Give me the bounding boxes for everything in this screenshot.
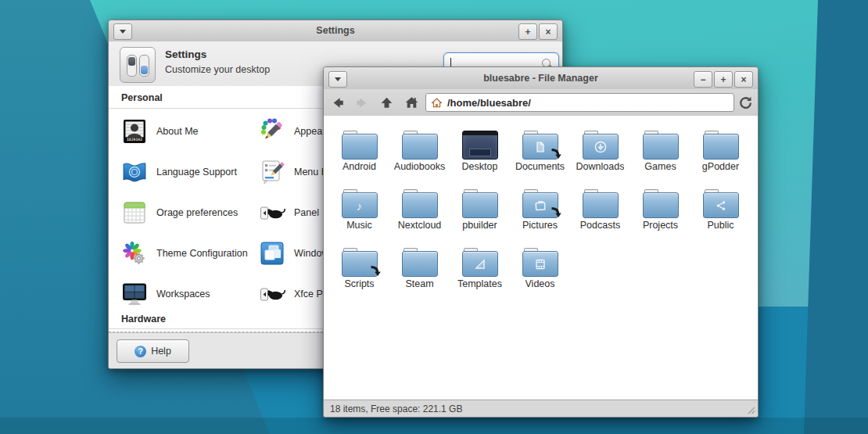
file-item-nextcloud[interactable]: Nextcloud bbox=[389, 181, 450, 239]
settings-item-label: Appear bbox=[294, 126, 325, 137]
folder-icon bbox=[402, 189, 438, 218]
file-item-projects[interactable]: Projects bbox=[630, 181, 690, 239]
file-label: pbuilder bbox=[462, 220, 497, 231]
file-item-pictures[interactable]: Pictures bbox=[510, 181, 570, 239]
page-subtitle: Customize your desktop bbox=[165, 64, 270, 75]
file-item-desktop[interactable]: Desktop bbox=[450, 122, 510, 181]
settings-item-label: Theme Configuration bbox=[156, 248, 248, 259]
file-manager-window-title: bluesabre - File Manager bbox=[324, 67, 758, 89]
resize-grip[interactable] bbox=[747, 406, 755, 414]
file-item-templates[interactable]: Templates bbox=[450, 239, 510, 298]
folder-icon bbox=[342, 248, 378, 277]
settings-window-title: Settings bbox=[109, 20, 562, 41]
settings-item-label: About Me bbox=[156, 126, 199, 137]
workspaces-icon bbox=[121, 281, 148, 307]
file-item-gpodder[interactable]: gPodder bbox=[690, 122, 751, 181]
file-item-pbuilder[interactable]: pbuilder bbox=[450, 181, 510, 239]
settings-item-label: Workspaces bbox=[156, 289, 210, 299]
emblem-template-icon bbox=[474, 258, 486, 271]
folder-icon bbox=[462, 248, 498, 277]
file-label: Public bbox=[707, 220, 733, 231]
panel-mouse-icon bbox=[259, 199, 285, 226]
file-label: Templates bbox=[457, 278, 502, 289]
path-bar-input[interactable]: /home/bluesabre/ bbox=[425, 93, 734, 112]
emblem-picture-icon bbox=[533, 199, 547, 213]
maximize-button[interactable]: + bbox=[518, 23, 537, 40]
file-manager-toolbar: /home/bluesabre/ bbox=[324, 89, 758, 117]
home-button[interactable] bbox=[400, 92, 422, 113]
symlink-arrow-icon bbox=[370, 265, 381, 279]
file-item-music[interactable]: ♪Music bbox=[329, 181, 389, 239]
status-text: 18 items, Free space: 221.1 GB bbox=[330, 404, 462, 414]
desktop-icon bbox=[462, 131, 498, 160]
file-item-documents[interactable]: Documents bbox=[510, 122, 570, 181]
up-button[interactable] bbox=[375, 92, 397, 113]
minimize-button[interactable]: − bbox=[694, 71, 712, 88]
emblem-music-icon: ♪ bbox=[357, 200, 363, 212]
panel-mouse-icon bbox=[259, 281, 285, 307]
wallpaper-bottom-shade bbox=[0, 418, 868, 434]
language-support-icon bbox=[121, 159, 148, 185]
back-button[interactable] bbox=[327, 92, 349, 113]
folder-icon bbox=[342, 131, 378, 160]
file-label: Android bbox=[343, 161, 376, 172]
file-label: Nextcloud bbox=[398, 220, 442, 231]
desktop: { "wallpaper": { "colors": {"bright_teal… bbox=[0, 0, 868, 434]
menu-editor-icon bbox=[259, 159, 285, 185]
settings-item-label: Language Support bbox=[156, 167, 237, 178]
maximize-button[interactable]: + bbox=[714, 71, 733, 88]
up-arrow-icon bbox=[378, 95, 395, 111]
reload-button[interactable] bbox=[734, 92, 756, 113]
close-button[interactable]: × bbox=[539, 23, 558, 40]
file-label: Downloads bbox=[576, 161, 625, 172]
svg-text:1829102: 1829102 bbox=[127, 138, 142, 142]
help-button[interactable]: ? Help bbox=[117, 339, 189, 363]
folder-icon bbox=[462, 189, 498, 218]
file-label: Videos bbox=[525, 278, 555, 289]
folder-icon bbox=[402, 131, 438, 160]
file-item-downloads[interactable]: Downloads bbox=[570, 122, 630, 181]
symlink-arrow-icon bbox=[551, 206, 561, 221]
file-item-podcasts[interactable]: Podcasts bbox=[570, 181, 630, 239]
window-menu-button[interactable] bbox=[328, 71, 347, 88]
folder-icon bbox=[522, 189, 558, 218]
wallpaper-right-facet bbox=[804, 0, 868, 434]
emblem-download-icon bbox=[594, 141, 607, 154]
file-manager-window: bluesabre - File Manager − + × /home/blu… bbox=[323, 66, 759, 418]
orage-calendar-icon bbox=[121, 199, 148, 226]
window-menu-button[interactable] bbox=[113, 23, 132, 40]
file-item-public[interactable]: Public bbox=[690, 181, 751, 239]
chevron-down-icon bbox=[335, 77, 341, 81]
window-manager-icon bbox=[259, 240, 285, 267]
folder-icon bbox=[402, 248, 438, 277]
file-item-videos[interactable]: Videos bbox=[510, 239, 570, 298]
folder-icon bbox=[703, 131, 739, 160]
forward-button[interactable] bbox=[350, 92, 372, 113]
file-label: Documents bbox=[515, 161, 565, 172]
symlink-arrow-icon bbox=[551, 148, 561, 162]
file-item-android[interactable]: Android bbox=[329, 122, 389, 181]
page-title: Settings bbox=[165, 48, 206, 60]
status-bar: 18 items, Free space: 221.1 GB bbox=[324, 400, 758, 417]
file-label: Projects bbox=[643, 220, 678, 231]
file-label: Music bbox=[346, 220, 372, 231]
theme-configuration-icon bbox=[121, 240, 148, 267]
slider-track-icon bbox=[127, 55, 137, 77]
chevron-down-icon bbox=[120, 30, 126, 34]
file-item-audiobooks[interactable]: Audiobooks bbox=[389, 122, 450, 181]
reload-icon bbox=[737, 95, 754, 111]
file-label: Audiobooks bbox=[394, 161, 445, 172]
file-item-steam[interactable]: Steam bbox=[389, 239, 450, 298]
file-label: Pictures bbox=[522, 220, 558, 231]
folder-icon bbox=[522, 248, 558, 277]
folder-icon bbox=[643, 189, 679, 218]
file-manager-titlebar[interactable]: bluesabre - File Manager − + × bbox=[324, 67, 758, 90]
file-item-scripts[interactable]: Scripts bbox=[329, 239, 389, 298]
file-item-games[interactable]: Games bbox=[630, 122, 690, 181]
file-label: Podcasts bbox=[580, 220, 620, 231]
settings-titlebar[interactable]: Settings + × bbox=[109, 20, 562, 42]
close-button[interactable]: × bbox=[734, 71, 753, 88]
folder-icon: ♪ bbox=[342, 189, 378, 218]
file-label: Desktop bbox=[462, 161, 498, 172]
file-view[interactable]: AndroidAudiobooksDesktopDocumentsDownloa… bbox=[324, 116, 758, 399]
